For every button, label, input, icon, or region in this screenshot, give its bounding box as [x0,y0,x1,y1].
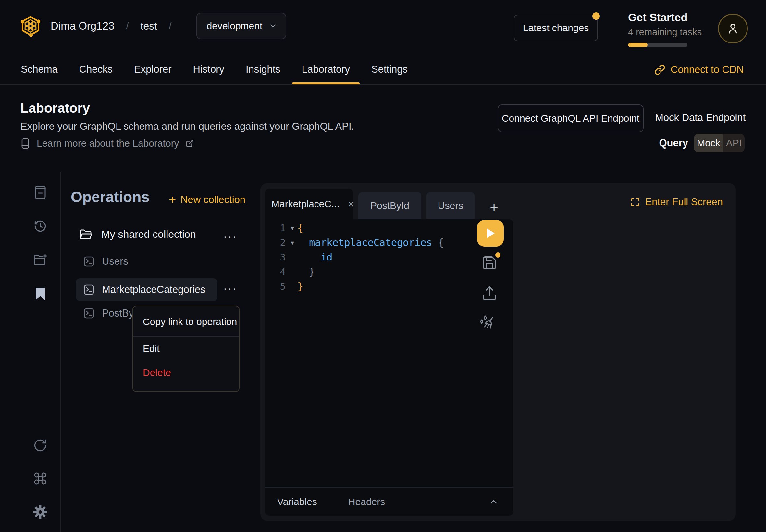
connect-graphql-endpoint-button[interactable]: Connect GraphQL API Endpoint [498,104,644,132]
headers-tab[interactable]: Headers [348,496,385,507]
code-text: } [297,266,315,277]
line-number: 5 [265,281,287,292]
code-text: marketplaceCategories { [297,237,444,248]
code-line[interactable]: 4 } [265,264,514,279]
tab-explorer[interactable]: Explorer [129,54,176,84]
breadcrumb-org[interactable]: Dima Org123 [51,20,114,32]
collapse-chevron-icon[interactable] [489,497,499,507]
code-line[interactable]: 2▾ marketplaceCategories { [265,235,514,250]
breadcrumb-project[interactable]: test [140,20,157,32]
new-collection-button[interactable]: + New collection [169,193,245,207]
fold-arrow-icon[interactable]: ▾ [287,239,297,247]
rail-docs-button[interactable] [32,185,48,200]
variables-tab[interactable]: Variables [277,496,317,507]
get-started-title: Get Started [628,11,702,24]
tab-laboratory[interactable]: Laboratory [297,54,355,84]
operation-label: MarketplaceCategories [102,284,205,296]
fold-arrow-icon[interactable]: ▾ [287,224,297,232]
operation-item-users[interactable]: Users [83,256,128,267]
code-editor-lines[interactable]: 1▾{2▾ marketplaceCategories {3 id4 }5} [265,221,514,294]
bookmark-icon [35,287,45,301]
line-number: 1 [265,223,287,234]
link-icon [654,64,665,75]
query-mode-api[interactable]: API [723,134,745,152]
mock-data-endpoint-button[interactable]: Mock Data Endpoint [655,104,746,131]
operation-context-menu: Copy link to operation Edit Delete [132,306,239,392]
latest-changes-button[interactable]: Latest changes [514,15,598,41]
operations-panel-title: Operations [71,188,150,206]
command-icon [33,471,47,486]
rail-refresh-button[interactable] [32,438,48,453]
get-started-widget[interactable]: Get Started 4 remaining tasks [628,11,702,47]
rail-history-button[interactable] [32,218,48,234]
get-started-subtitle: 4 remaining tasks [628,27,702,38]
tab-schema[interactable]: Schema [16,54,63,84]
plus-icon: + [169,193,176,207]
refresh-icon [33,438,47,453]
line-number: 2 [265,237,287,248]
get-started-progress-track [628,43,687,47]
folder-plus-icon [33,253,48,267]
header-brand-row: Dima Org123 / test / development [19,12,286,40]
editor-tab-marketplacecategories[interactable]: MarketplaceC... × [265,189,353,219]
collection-name: My shared collection [101,228,196,240]
mock-endpoint-label: Mock Data Endpoint [655,112,746,124]
tab-settings[interactable]: Settings [366,54,413,84]
prettify-button[interactable] [479,313,497,332]
tab-insights[interactable]: Insights [240,54,286,84]
save-icon [482,255,497,271]
menu-item-copy-link[interactable]: Copy link to operation [133,308,239,336]
gear-icon [33,504,48,519]
history-icon [33,219,47,233]
editor-tab-users[interactable]: Users [427,192,475,219]
code-line[interactable]: 3 id [265,250,514,264]
tab-checks[interactable]: Checks [74,54,118,84]
journal-icon [33,185,47,200]
code-text: } [297,281,303,292]
breadcrumb-separator: / [126,20,128,31]
environment-select[interactable]: development [196,13,286,39]
connect-cdn-link[interactable]: Connect to CDN [654,54,744,85]
run-query-button[interactable] [477,220,504,247]
operation-item-marketplacecategories[interactable]: MarketplaceCategories [76,278,217,301]
unsaved-changes-dot [495,252,501,258]
share-operation-button[interactable] [482,285,497,302]
operation-icon [83,284,95,296]
operation-icon [83,256,95,267]
play-icon [486,228,495,239]
save-operation-button[interactable] [482,255,501,276]
rail-settings-button[interactable] [32,504,48,520]
upload-icon [482,285,497,302]
project-nav: Schema Checks Explorer History Insights … [0,54,766,85]
learn-more-label: Learn more about the Laboratory [37,138,179,149]
add-tab-button[interactable]: + [484,192,504,223]
tab-history[interactable]: History [188,54,229,84]
operation-more-button[interactable]: ··· [223,285,237,291]
app-screen: Dima Org123 / test / development Latest … [0,0,766,532]
rail-collections-button[interactable] [32,286,48,302]
rail-new-collection-button[interactable] [32,252,48,268]
menu-item-edit[interactable]: Edit [133,337,239,361]
query-mode-label: Query [649,134,688,152]
code-line[interactable]: 1▾{ [265,221,514,235]
close-tab-icon[interactable]: × [348,198,354,210]
external-link-icon [186,139,194,148]
enter-fullscreen-label: Enter Full Screen [645,196,723,208]
enter-fullscreen-button[interactable]: Enter Full Screen [630,194,723,210]
query-mode-mock[interactable]: Mock [694,134,723,152]
menu-item-delete[interactable]: Delete [133,361,239,385]
hive-logo[interactable] [19,15,42,37]
editor-tab-postbyid[interactable]: PostById [358,192,421,219]
rail-shortcuts-button[interactable] [32,471,48,486]
query-editor[interactable]: 1▾{2▾ marketplaceCategories {3 id4 }5} V… [265,219,514,516]
code-line[interactable]: 5} [265,279,514,294]
latest-changes-label: Latest changes [523,22,589,33]
user-avatar[interactable] [718,14,748,43]
breadcrumb-separator: / [169,20,171,31]
line-number: 3 [265,252,287,263]
collection-row[interactable]: My shared collection [79,228,196,240]
collection-more-button[interactable]: ··· [223,233,237,239]
notification-dot [592,12,600,20]
query-workspace: MarketplaceC... × PostById Users + Enter… [260,183,736,521]
learn-more-link[interactable]: Learn more about the Laboratory [20,138,194,149]
